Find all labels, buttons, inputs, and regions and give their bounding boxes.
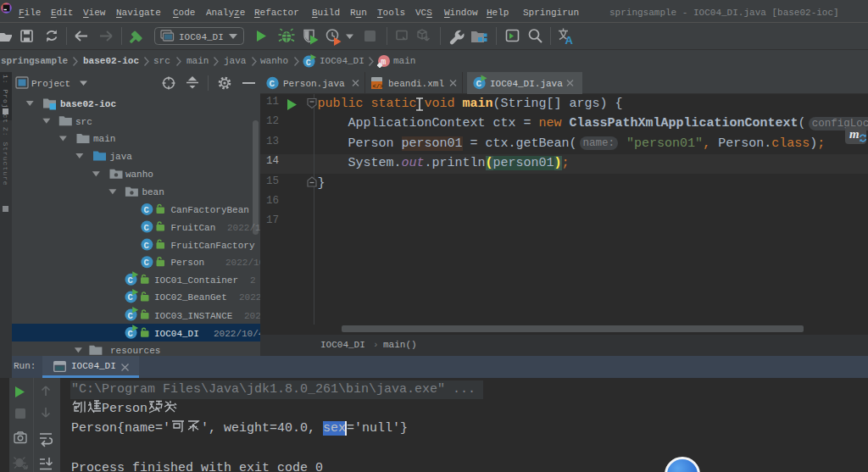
svg-text:2: 2 — [250, 275, 256, 286]
svg-text:wanho: wanho — [125, 169, 153, 180]
svg-text:A: A — [565, 34, 574, 47]
svg-text:main: main — [93, 134, 115, 144]
svg-text:Person.java: Person.java — [283, 79, 345, 89]
svg-text:Project: Project — [31, 79, 70, 89]
svg-text:IOC03_INSTANCE: IOC03_INSTANCE — [154, 311, 233, 321]
svg-text:C: C — [270, 79, 275, 89]
svg-text:IOC02_BeanGet: IOC02_BeanGet — [154, 292, 227, 303]
svg-text:FruitCan: FruitCan — [171, 223, 216, 233]
svg-text:IOC04_DI.java: IOC04_DI.java — [490, 79, 563, 89]
svg-text:FruitCanFactory: FruitCanFactory — [171, 241, 255, 251]
svg-text:java: java — [110, 152, 133, 162]
svg-text:</>: </> — [373, 83, 384, 90]
svg-text:C: C — [476, 79, 482, 89]
svg-text:Person: Person — [171, 258, 205, 268]
svg-text:beandi.xml: beandi.xml — [388, 79, 444, 89]
svg-text:resources: resources — [110, 346, 160, 356]
svg-text:CanFactoryBean: CanFactoryBean — [171, 205, 249, 215]
svg-text:2022/10/: 2022/10/ — [225, 258, 260, 268]
svg-text:2022/10/4: 2022/10/4 — [214, 329, 260, 339]
svg-text:202: 202 — [244, 311, 260, 321]
svg-text:base02-ioc: base02-ioc — [60, 99, 116, 109]
svg-text:IOC01_Container: IOC01_Container — [154, 275, 238, 286]
svg-text:IOC04_DI: IOC04_DI — [179, 32, 224, 42]
svg-text:bean: bean — [142, 187, 164, 197]
svg-text:src: src — [75, 117, 92, 127]
svg-text:IOC04_DI: IOC04_DI — [154, 329, 199, 339]
svg-text:C: C — [306, 58, 311, 68]
svg-text:2022: 2022 — [239, 292, 260, 303]
